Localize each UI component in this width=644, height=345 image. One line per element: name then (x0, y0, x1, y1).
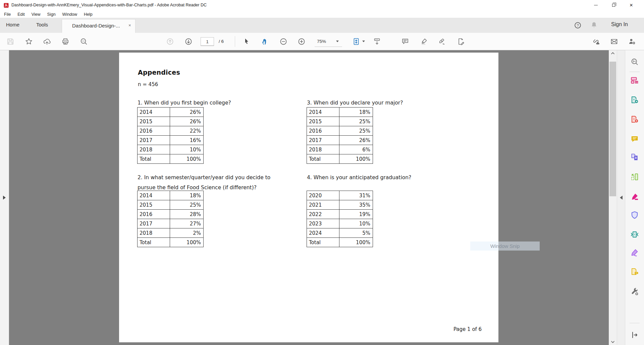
fit-dropdown-caret-icon[interactable] (362, 41, 365, 42)
zoom-dropdown-caret-icon[interactable] (336, 41, 339, 42)
search-zoom-icon[interactable] (80, 38, 88, 46)
table-row: 201525% (307, 117, 373, 126)
email-icon[interactable] (610, 38, 618, 46)
scroll-down-button[interactable] (609, 339, 617, 345)
menu-window[interactable]: Window (59, 11, 80, 17)
toolbar-divider (235, 36, 235, 47)
table-value-cell: 26% (170, 117, 204, 126)
scroll-mode-icon[interactable] (373, 38, 381, 46)
restore-button[interactable] (606, 0, 621, 10)
table-row: 20245% (307, 228, 373, 238)
menu-view[interactable]: View (28, 11, 44, 17)
collapse-right-pane-icon[interactable] (620, 196, 623, 200)
page-down-icon[interactable] (184, 38, 193, 46)
table-row: 201622% (138, 126, 204, 136)
svg-text:?: ? (577, 23, 579, 27)
table-row: 20182% (138, 228, 204, 238)
edit-pdf-icon[interactable] (630, 76, 639, 85)
table-value-cell: 28% (170, 210, 204, 219)
table-value-cell: 5% (339, 228, 373, 238)
fill-and-sign-icon[interactable] (630, 192, 639, 201)
fill-sign-pen-icon[interactable] (438, 38, 446, 46)
close-button[interactable]: ✕ (624, 0, 639, 10)
table-row: 201727% (138, 219, 204, 228)
menu-edit[interactable]: Edit (14, 11, 28, 17)
select-cursor-icon[interactable] (243, 38, 251, 46)
open-pane-icon[interactable] (630, 331, 639, 339)
sample-size-label: n = 456 (138, 81, 158, 87)
window-snip-ghost: Window Snip (470, 242, 540, 251)
expand-left-pane-icon[interactable] (3, 196, 6, 200)
table-row: 202219% (307, 210, 373, 219)
table-row: 202031% (307, 191, 373, 200)
page-count-label: / 6 (219, 39, 224, 44)
table-label-cell: 2015 (307, 117, 339, 126)
table-value-cell: 25% (339, 126, 373, 136)
table-value-cell: 31% (339, 191, 373, 200)
table-value-cell: 100% (170, 154, 204, 164)
combine-files-icon[interactable] (630, 153, 639, 161)
find-icon[interactable] (630, 58, 639, 66)
table-label-cell: 2022 (307, 210, 339, 219)
star-icon[interactable] (25, 38, 33, 46)
organize-pages-icon[interactable] (630, 172, 639, 181)
close-icon: ✕ (630, 3, 633, 7)
table-row: 202135% (307, 200, 373, 210)
export-pdf-icon[interactable] (630, 95, 639, 104)
add-person-icon[interactable] (628, 38, 636, 46)
print-icon[interactable] (61, 38, 69, 46)
help-icon[interactable]: ? (574, 21, 582, 29)
pdf-page: Appendices n = 456 1. When did you first… (119, 53, 498, 342)
zoom-out-icon[interactable] (279, 38, 287, 46)
table-row: 201726% (307, 136, 373, 145)
vertical-scrollbar[interactable] (609, 50, 617, 345)
page-footer: Page 1 of 6 (453, 326, 482, 332)
edit-document-icon[interactable] (457, 38, 465, 46)
table-value-cell: 6% (339, 145, 373, 154)
menu-help[interactable]: Help (80, 11, 96, 17)
more-tools-icon[interactable] (630, 287, 639, 296)
sign-in-button[interactable]: Sign In (611, 21, 628, 27)
left-pane-strip (0, 50, 9, 345)
hand-tool-icon[interactable] (261, 38, 269, 46)
request-signatures-icon[interactable] (630, 248, 639, 257)
minimize-icon (594, 5, 598, 6)
highlighter-icon[interactable] (420, 38, 428, 46)
table-value-cell: 35% (339, 200, 373, 210)
table-label-cell: 2018 (138, 145, 170, 154)
scroll-up-button[interactable] (609, 50, 617, 56)
tab-tools[interactable]: Tools (36, 22, 48, 27)
question-3-label: 3. When did you declare your major? (307, 98, 403, 108)
minimize-button[interactable] (588, 0, 603, 10)
send-for-review-icon[interactable] (630, 267, 639, 276)
tools-sidebar (625, 50, 644, 345)
compress-pdf-icon[interactable] (630, 230, 639, 239)
cloud-upload-icon[interactable] (43, 38, 51, 46)
comment-tool-icon[interactable] (630, 135, 639, 143)
save-icon[interactable] (6, 38, 14, 46)
zoom-in-icon[interactable] (298, 38, 306, 46)
protect-icon[interactable] (630, 211, 639, 219)
sidebar-divider (630, 72, 640, 72)
tab-home[interactable]: Home (6, 22, 19, 27)
create-pdf-icon[interactable] (630, 115, 639, 124)
zoom-level-label[interactable]: 75% (317, 39, 326, 44)
table-label-cell: 2017 (138, 136, 170, 145)
tab-close-icon[interactable]: × (128, 23, 131, 28)
table-label-cell: 2017 (307, 136, 339, 145)
scrollbar-thumb[interactable] (609, 62, 616, 196)
menu-sign[interactable]: Sign (44, 11, 59, 17)
table-label-cell: Total (307, 154, 339, 164)
page-title: Appendices (138, 69, 180, 76)
table-row: 20186% (307, 145, 373, 154)
notification-bell-icon[interactable] (590, 21, 598, 29)
tab-document[interactable]: Dashboard-Design-... × (62, 19, 136, 33)
page-number-input[interactable] (201, 37, 214, 46)
comment-icon[interactable] (401, 38, 409, 46)
fit-page-icon[interactable] (352, 38, 360, 46)
menu-file[interactable]: File (1, 11, 14, 17)
share-link-icon[interactable] (592, 38, 600, 46)
page-up-icon[interactable] (166, 38, 174, 46)
table-value-cell: 25% (170, 200, 204, 210)
table-label-cell: 2014 (138, 108, 170, 117)
